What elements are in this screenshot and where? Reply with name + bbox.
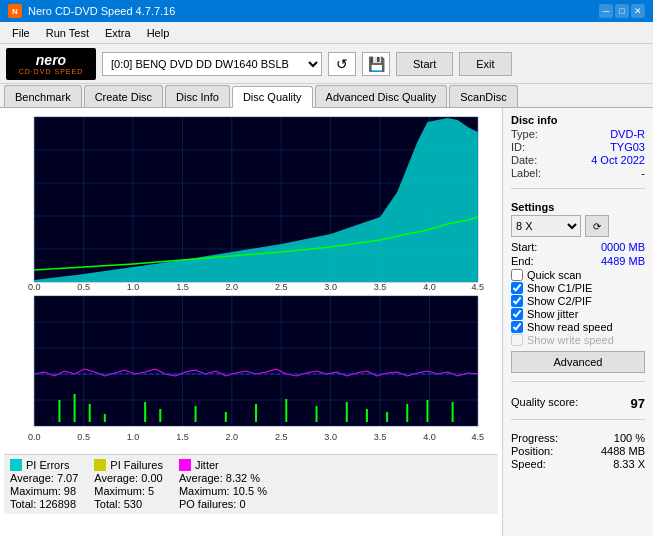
pi-failures-total: Total: 530: [94, 498, 163, 510]
show-jitter-checkbox[interactable]: [511, 308, 523, 320]
svg-text:4: 4: [24, 370, 29, 380]
separator-2: [511, 381, 645, 382]
pi-errors-color: [10, 459, 22, 471]
show-c2pif-row: Show C2/PIF: [511, 295, 645, 307]
settings-section: Settings 8 X 4 X Max ⟳ Start: 0000 MB En…: [511, 201, 645, 373]
svg-text:3.5: 3.5: [374, 282, 387, 292]
tab-disc-info[interactable]: Disc Info: [165, 85, 230, 107]
pi-failures-avg: Average: 0.00: [94, 472, 163, 484]
svg-text:8: 8: [483, 221, 488, 231]
quality-score-row: Quality score: 97: [511, 396, 645, 411]
svg-text:0.5: 0.5: [77, 282, 90, 292]
tab-disc-quality[interactable]: Disc Quality: [232, 86, 313, 108]
start-button[interactable]: Start: [396, 52, 453, 76]
tab-scan-disc[interactable]: ScanDisc: [449, 85, 517, 107]
speed-row-prog: Speed: 8.33 X: [511, 458, 645, 470]
svg-text:0.0: 0.0: [28, 282, 41, 292]
svg-text:40: 40: [19, 212, 29, 222]
bottom-chart-svg: 10 8 6 4 2 20 16 12 8 4 0.0 0.5 1.0 1.5 …: [4, 294, 498, 449]
save-button[interactable]: 💾: [362, 52, 390, 76]
tab-create-disc[interactable]: Create Disc: [84, 85, 163, 107]
svg-text:16: 16: [483, 167, 493, 177]
svg-text:6: 6: [24, 344, 29, 354]
svg-text:8: 8: [24, 318, 29, 328]
advanced-button[interactable]: Advanced: [511, 351, 645, 373]
pi-errors-max: Maximum: 98: [10, 485, 78, 497]
show-write-speed-checkbox: [511, 334, 523, 346]
quality-score-value: 97: [631, 396, 645, 411]
position-row: Position: 4488 MB: [511, 445, 645, 457]
settings-title: Settings: [511, 201, 645, 213]
speed-refresh-button[interactable]: ⟳: [585, 215, 609, 237]
drive-combo[interactable]: [0:0] BENQ DVD DD DW1640 BSLB: [102, 52, 322, 76]
logo-subtitle: CD·DVD SPEED: [19, 68, 84, 75]
disc-id-row: ID: TYG03: [511, 141, 645, 153]
app-icon: N: [8, 4, 22, 18]
pi-errors-avg: Average: 7.07: [10, 472, 78, 484]
show-read-speed-checkbox[interactable]: [511, 321, 523, 333]
svg-text:0.5: 0.5: [77, 432, 90, 442]
menu-extra[interactable]: Extra: [97, 22, 139, 43]
top-chart-svg: 100 80 60 40 20 24 20 16 12 8 4 0.0 0.5 …: [4, 112, 498, 292]
disc-info-section: Disc info Type: DVD-R ID: TYG03 Date: 4 …: [511, 114, 645, 180]
svg-text:20: 20: [483, 140, 493, 150]
svg-text:20: 20: [483, 294, 493, 302]
svg-text:3.5: 3.5: [374, 432, 387, 442]
svg-text:1.0: 1.0: [127, 432, 140, 442]
top-chart: 100 80 60 40 20 24 20 16 12 8 4 0.0 0.5 …: [4, 112, 498, 292]
pi-errors-total: Total: 126898: [10, 498, 78, 510]
menu-file[interactable]: File: [4, 22, 38, 43]
show-c1pie-checkbox[interactable]: [511, 282, 523, 294]
svg-text:4: 4: [483, 248, 488, 258]
menu-bar: File Run Test Extra Help: [0, 22, 653, 44]
end-mb-row: End: 4489 MB: [511, 255, 645, 267]
svg-text:2.0: 2.0: [226, 282, 239, 292]
speed-row: 8 X 4 X Max ⟳: [511, 215, 645, 237]
minimize-button[interactable]: ─: [599, 4, 613, 18]
disc-info-title: Disc info: [511, 114, 645, 126]
svg-text:0.0: 0.0: [28, 432, 41, 442]
quick-scan-label: Quick scan: [527, 269, 581, 281]
tab-advanced-disc-quality[interactable]: Advanced Disc Quality: [315, 85, 448, 107]
drive-selector: [0:0] BENQ DVD DD DW1640 BSLB: [102, 52, 322, 76]
show-c2pif-checkbox[interactable]: [511, 295, 523, 307]
menu-run-test[interactable]: Run Test: [38, 22, 97, 43]
refresh-button[interactable]: ↺: [328, 52, 356, 76]
svg-text:4.0: 4.0: [423, 432, 436, 442]
show-jitter-label: Show jitter: [527, 308, 578, 320]
svg-text:12: 12: [483, 194, 493, 204]
show-write-speed-row: Show write speed: [511, 334, 645, 346]
progress-section: Progress: 100 % Position: 4488 MB Speed:…: [511, 432, 645, 471]
show-read-speed-row: Show read speed: [511, 321, 645, 333]
quality-score-label: Quality score:: [511, 396, 578, 411]
svg-text:4: 4: [483, 396, 488, 406]
disc-label-row: Label: -: [511, 167, 645, 179]
svg-text:16: 16: [483, 318, 493, 328]
svg-text:4.5: 4.5: [472, 432, 485, 442]
window-controls: ─ □ ✕: [599, 4, 645, 18]
exit-button[interactable]: Exit: [459, 52, 511, 76]
speed-select[interactable]: 8 X 4 X Max: [511, 215, 581, 237]
svg-text:4.5: 4.5: [472, 282, 485, 292]
progress-row: Progress: 100 %: [511, 432, 645, 444]
quick-scan-row: Quick scan: [511, 269, 645, 281]
close-button[interactable]: ✕: [631, 4, 645, 18]
po-failures: PO failures: 0: [179, 498, 267, 510]
menu-help[interactable]: Help: [139, 22, 178, 43]
svg-text:8: 8: [483, 370, 488, 380]
disc-date-row: Date: 4 Oct 2022: [511, 154, 645, 166]
jitter-stats: Jitter Average: 8.32 % Maximum: 10.5 % P…: [179, 459, 267, 510]
pi-errors-stats: PI Errors Average: 7.07 Maximum: 98 Tota…: [10, 459, 78, 510]
svg-text:1.0: 1.0: [127, 282, 140, 292]
show-write-speed-label: Show write speed: [527, 334, 614, 346]
svg-text:1.5: 1.5: [176, 432, 189, 442]
svg-text:20: 20: [19, 245, 29, 255]
separator-3: [511, 419, 645, 420]
tab-benchmark[interactable]: Benchmark: [4, 85, 82, 107]
svg-text:60: 60: [19, 179, 29, 189]
maximize-button[interactable]: □: [615, 4, 629, 18]
stats-bar: PI Errors Average: 7.07 Maximum: 98 Tota…: [4, 454, 498, 514]
pi-errors-label: PI Errors: [26, 459, 69, 471]
main-content: 100 80 60 40 20 24 20 16 12 8 4 0.0 0.5 …: [0, 108, 653, 536]
quick-scan-checkbox[interactable]: [511, 269, 523, 281]
